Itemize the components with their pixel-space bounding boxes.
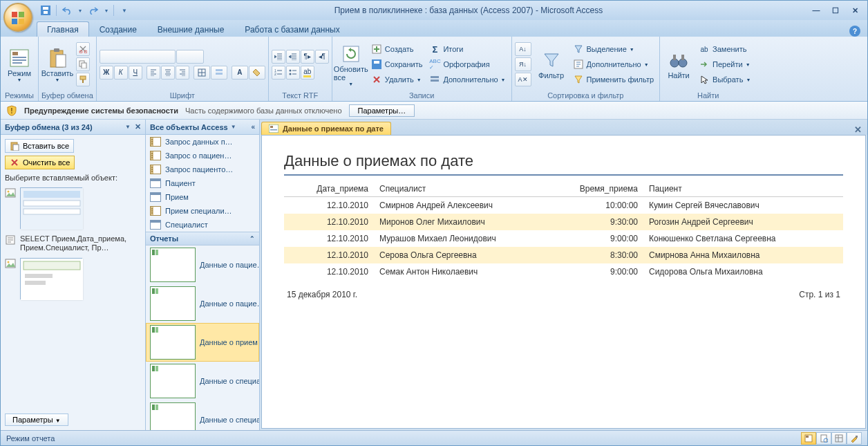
mode-button[interactable]: Режим▼ — [3, 39, 35, 89]
totals-button[interactable]: ΣИтоги — [426, 41, 508, 57]
sort-desc-button[interactable]: Я↓ — [515, 57, 531, 71]
help-button[interactable]: ? — [849, 26, 860, 37]
collapse-icon[interactable]: « — [251, 123, 255, 131]
security-options-button[interactable]: Параметры… — [349, 104, 415, 117]
table-row[interactable]: 12.10.2010Мурашов Михаел Леонидович9:00:… — [284, 230, 843, 247]
fill-color-button[interactable] — [249, 66, 265, 80]
underline-button[interactable]: Ч — [129, 66, 142, 80]
numbered-list-button[interactable]: 12 — [272, 66, 285, 80]
qat-customize-icon[interactable]: ▼ — [118, 4, 131, 17]
nav-item-query[interactable]: Запрос данных п… — [146, 135, 259, 149]
nav-item-report[interactable]: Данные о специа… — [146, 362, 259, 400]
bold-button[interactable]: Ж — [100, 66, 113, 80]
chevron-down-icon[interactable]: ▼ — [231, 124, 236, 130]
paste-all-button[interactable]: Вставить все — [5, 139, 74, 153]
minimize-button[interactable]: — — [806, 4, 826, 17]
nav-pane-header[interactable]: Все объекты Access ▼ « — [146, 120, 259, 135]
nav-section-reports[interactable]: Отчеты⌃ — [146, 232, 259, 245]
redo-icon[interactable] — [87, 4, 100, 17]
close-icon[interactable]: ✕ — [135, 122, 141, 131]
report-view-button[interactable] — [801, 432, 816, 445]
copy-button[interactable] — [76, 57, 90, 71]
report-icon — [269, 124, 279, 133]
save-icon[interactable] — [39, 4, 52, 17]
align-center-button[interactable] — [161, 66, 175, 80]
document-tab[interactable]: Данные о приемах по дате — [261, 122, 391, 135]
cut-button[interactable] — [76, 42, 90, 56]
table-row[interactable]: 12.10.2010Семак Антон Николаевич9:00:00С… — [284, 263, 843, 280]
toggle-filter-button[interactable]: Применить фильтр — [570, 72, 657, 87]
clipboard-options-button[interactable]: Параметры ▼ — [5, 414, 68, 426]
nav-item-query[interactable]: Запрос о пациен… — [146, 149, 259, 162]
more-button[interactable]: Дополнительно ▼ — [426, 72, 508, 87]
tab-home[interactable]: Главная — [37, 21, 89, 37]
tab-external[interactable]: Внешние данные — [147, 21, 235, 37]
nav-item-report[interactable]: Данные о прием… — [146, 323, 259, 362]
spelling-button[interactable]: ABC✓Орфография — [426, 57, 508, 72]
decrease-indent-button[interactable] — [272, 50, 285, 64]
find-button[interactable]: Найти — [663, 39, 695, 89]
layout-view-button[interactable] — [831, 432, 847, 445]
increase-indent-button[interactable] — [286, 50, 300, 64]
close-document-button[interactable]: ✕ — [849, 124, 867, 135]
clear-all-button[interactable]: Очистить все — [5, 156, 75, 169]
nav-item-report[interactable]: Данные о пацие… — [146, 284, 259, 323]
svg-rect-53 — [25, 274, 53, 278]
clipboard-item[interactable] — [1, 255, 145, 302]
nav-item-query[interactable]: Специалист — [146, 218, 259, 232]
nav-item-query[interactable]: Запрос пациенто… — [146, 162, 259, 176]
maximize-button[interactable]: ☐ — [826, 4, 845, 17]
nav-item-query[interactable]: Пациент — [146, 176, 259, 190]
delete-record-button[interactable]: Удалить ▼ — [368, 72, 426, 87]
format-painter-button[interactable] — [76, 73, 90, 86]
undo-icon[interactable] — [61, 4, 73, 17]
sort-asc-button[interactable]: A↓ — [515, 42, 531, 56]
dropdown-icon[interactable]: ▼ — [77, 4, 83, 17]
dropdown-icon[interactable]: ▼ — [104, 4, 109, 17]
query-icon — [150, 165, 161, 174]
nav-item-query[interactable]: Прием — [146, 190, 259, 204]
chevron-down-icon[interactable]: ▼ — [125, 124, 131, 130]
font-color-button[interactable]: A — [232, 66, 248, 80]
new-record-button[interactable]: Создать — [368, 41, 426, 57]
select-button[interactable]: Выбрать ▼ — [696, 72, 753, 87]
ribbon-tabs: Главная Создание Внешние данные Работа с… — [1, 20, 867, 37]
clipboard-item[interactable] — [1, 185, 145, 232]
close-button[interactable]: ✕ — [845, 4, 865, 17]
ltr-button[interactable]: ¶▸ — [301, 50, 314, 64]
save-record-button[interactable]: Сохранить — [368, 57, 426, 72]
highlight-button[interactable]: ab — [301, 66, 314, 80]
print-preview-button[interactable] — [816, 432, 831, 445]
nav-item-report[interactable]: Данные о специа… — [146, 400, 259, 430]
tab-create[interactable]: Создание — [89, 21, 147, 37]
paste-button[interactable]: Вставить▼ — [41, 39, 73, 89]
font-name-combo[interactable] — [100, 50, 176, 64]
alt-row-color-button[interactable] — [211, 66, 227, 80]
table-row[interactable]: 12.10.2010Смирнов Андрей Алексеевич10:00… — [284, 197, 843, 214]
nav-item-report[interactable]: Данные о пацие… — [146, 245, 259, 284]
rtl-button[interactable]: ◂¶ — [315, 50, 329, 64]
office-button[interactable] — [3, 3, 32, 32]
svg-rect-63 — [856, 436, 858, 438]
refresh-all-button[interactable]: Обновить все▼ — [335, 39, 367, 89]
italic-button[interactable]: К — [114, 66, 128, 80]
bullet-list-button[interactable] — [286, 66, 300, 80]
advanced-filter-button[interactable]: Дополнительно ▼ — [570, 57, 657, 72]
align-left-button[interactable] — [147, 66, 160, 80]
clipboard-item[interactable]: SELECT Прием.Дата_приема, Прием.Специали… — [1, 232, 145, 255]
table-row[interactable]: 12.10.2010Миронов Олег Михаилович9:30:00… — [284, 214, 843, 230]
goto-button[interactable]: Перейти ▼ — [696, 57, 753, 72]
align-right-button[interactable] — [176, 66, 189, 80]
nav-item-query[interactable]: Прием специали… — [146, 204, 259, 218]
design-view-button[interactable] — [847, 432, 862, 445]
gridlines-button[interactable] — [194, 66, 210, 80]
font-size-combo[interactable] — [176, 50, 204, 64]
tab-dbtools[interactable]: Работа с базами данных — [234, 21, 350, 37]
table-row[interactable]: 12.10.2010Серова Ольга Сергеевна8:30:00С… — [284, 247, 843, 263]
svg-rect-22 — [216, 69, 223, 71]
replace-button[interactable]: abЗаменить — [696, 41, 753, 57]
filter-button[interactable]: Фильтр — [534, 39, 569, 89]
report-footer-page: Стр. 1 из 1 — [799, 290, 840, 299]
clear-sort-button[interactable]: A✕ — [515, 73, 531, 86]
selection-filter-button[interactable]: Выделение ▼ — [570, 41, 657, 57]
